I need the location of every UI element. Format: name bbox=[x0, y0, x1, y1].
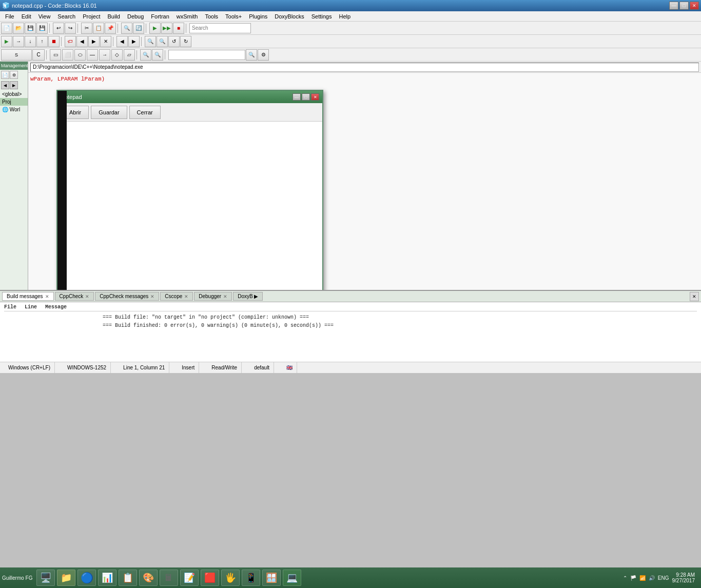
sidebar-btn-2[interactable]: ⚙ bbox=[10, 71, 18, 79]
shape-arrow-btn[interactable]: → bbox=[99, 49, 110, 61]
menu-view[interactable]: View bbox=[35, 12, 54, 21]
taskbar-icon-paint[interactable]: 🎨 bbox=[139, 570, 158, 586]
close-tab-debugger[interactable]: ✕ bbox=[223, 294, 227, 299]
sidebar-item-worl[interactable]: 🌐 Worl bbox=[0, 106, 28, 113]
run-btn[interactable]: ▶▶ bbox=[161, 23, 172, 34]
menu-doxyblocks[interactable]: DoxyBlocks bbox=[271, 12, 307, 21]
zoom-out-btn[interactable]: 🔍 bbox=[157, 36, 168, 47]
taskbar-volume-icon[interactable]: 🔊 bbox=[649, 575, 655, 581]
undo-btn[interactable]: ↩ bbox=[53, 23, 64, 34]
debug-stop-btn[interactable]: ⏹ bbox=[48, 36, 60, 47]
menu-edit[interactable]: Edit bbox=[18, 12, 34, 21]
shape-para-btn[interactable]: ▱ bbox=[124, 49, 135, 61]
sidebar-nav-left[interactable]: ◀ bbox=[1, 81, 9, 89]
copy-btn[interactable]: 📋 bbox=[93, 23, 104, 34]
close-tab-cppcheck-msg[interactable]: ✕ bbox=[150, 294, 154, 299]
nav-fwd-btn[interactable]: ▶ bbox=[128, 36, 140, 47]
open-btn[interactable]: 📂 bbox=[13, 23, 24, 34]
close-output-panel-btn[interactable]: ✕ bbox=[690, 292, 699, 301]
debug-step-out-btn[interactable]: ↑ bbox=[36, 36, 48, 47]
notepad-close-btn[interactable]: ✕ bbox=[311, 93, 319, 101]
taskbar-icon-control-panel[interactable]: 🖥️ bbox=[36, 570, 55, 586]
next-bookmark-btn[interactable]: ▶ bbox=[88, 36, 100, 47]
shape-diamond-btn[interactable]: ◇ bbox=[111, 49, 123, 61]
shape-round-btn[interactable]: ⬜ bbox=[62, 49, 73, 61]
reload-btn[interactable]: ↻ bbox=[180, 36, 191, 47]
sidebar-item-global[interactable]: <global> bbox=[0, 90, 28, 98]
new-file-btn[interactable]: 📄 bbox=[1, 23, 12, 34]
close-button[interactable]: ✕ bbox=[690, 2, 699, 10]
taskbar-icon-screen[interactable]: 🪟 bbox=[262, 570, 281, 586]
notepad-guardar-btn[interactable]: Guardar bbox=[91, 106, 127, 119]
taskbar-icon-chrome[interactable]: 🔵 bbox=[77, 570, 96, 586]
debug-start-btn[interactable]: ▶ bbox=[1, 36, 12, 47]
taskbar-icon-calc[interactable]: 🖩 bbox=[160, 570, 178, 586]
output-tab-doxyb[interactable]: DoxyB ▶ bbox=[233, 292, 263, 301]
output-tab-cppcheck-msg[interactable]: CppCheck messages ✕ bbox=[95, 292, 159, 301]
zoom-in-btn[interactable]: 🔍 bbox=[145, 36, 156, 47]
address-input[interactable] bbox=[30, 63, 699, 72]
menu-project[interactable]: Project bbox=[80, 12, 103, 21]
debug-step-btn[interactable]: ↓ bbox=[25, 36, 36, 47]
taskbar-icon-excel[interactable]: 📊 bbox=[98, 570, 116, 586]
taskbar-icon-codeblocks[interactable]: 💻 bbox=[283, 570, 301, 586]
close-tab-cscope[interactable]: ✕ bbox=[184, 294, 188, 299]
close-tab-build[interactable]: ✕ bbox=[45, 294, 49, 299]
settings-btn[interactable]: ⚙ bbox=[258, 49, 269, 61]
notepad-editor[interactable] bbox=[57, 122, 322, 290]
zoom-out-tool-btn[interactable]: 🔍 bbox=[152, 49, 163, 61]
search-bar[interactable] bbox=[168, 50, 245, 60]
save-all-btn[interactable]: 💾 bbox=[36, 23, 48, 34]
shape-oval-btn[interactable]: ⬭ bbox=[74, 49, 86, 61]
menu-tools[interactable]: Tools bbox=[202, 12, 221, 21]
sidebar-item-proj[interactable]: Proj bbox=[0, 98, 28, 106]
sidebar-nav-right[interactable]: ▶ bbox=[10, 81, 18, 89]
find-btn[interactable]: 🔍 bbox=[121, 23, 132, 34]
debug-next-btn[interactable]: → bbox=[13, 36, 24, 47]
taskbar-icon-windows[interactable]: 🟥 bbox=[201, 570, 219, 586]
close-tab-cppcheck[interactable]: ✕ bbox=[85, 294, 89, 299]
replace-btn[interactable]: 🔄 bbox=[133, 23, 144, 34]
taskbar-icon-hand[interactable]: 🖐️ bbox=[221, 570, 240, 586]
menu-plugins[interactable]: Plugins bbox=[246, 12, 270, 21]
menu-search[interactable]: Search bbox=[54, 12, 79, 21]
menu-fortran[interactable]: Fortran bbox=[148, 12, 172, 21]
menu-help[interactable]: Help bbox=[336, 12, 354, 21]
search-execute-btn[interactable]: 🔍 bbox=[246, 49, 257, 61]
bookmark-btn[interactable]: 🏷 bbox=[65, 36, 76, 47]
taskbar-arrows[interactable]: ⌃ bbox=[623, 575, 627, 581]
taskbar-icon-notes[interactable]: 📋 bbox=[119, 570, 137, 586]
nav-back-btn[interactable]: ◀ bbox=[116, 36, 128, 47]
save-btn[interactable]: 💾 bbox=[25, 23, 36, 34]
output-tab-build-messages[interactable]: Build messages ✕ bbox=[2, 292, 54, 301]
refresh-btn[interactable]: ↺ bbox=[168, 36, 180, 47]
minimize-button[interactable]: — bbox=[669, 2, 678, 10]
stop-btn[interactable]: ■ bbox=[173, 23, 184, 34]
paste-btn[interactable]: 📌 bbox=[105, 23, 116, 34]
notepad-cerrar-btn[interactable]: Cerrar bbox=[129, 106, 161, 119]
menu-wxsmith[interactable]: wxSmith bbox=[173, 12, 201, 21]
output-tab-cscope[interactable]: Cscope ✕ bbox=[160, 292, 193, 301]
menu-build[interactable]: Build bbox=[104, 12, 123, 21]
notepad-window[interactable]: Notepad — □ ✕ Abrir Guardar Cerrar bbox=[56, 90, 323, 290]
maximize-button[interactable]: □ bbox=[679, 2, 689, 10]
cut-btn[interactable]: ✂ bbox=[81, 23, 92, 34]
taskbar-icon-word[interactable]: 📝 bbox=[180, 570, 199, 586]
menu-file[interactable]: File bbox=[2, 12, 17, 21]
shape-line-btn[interactable]: — bbox=[87, 49, 98, 61]
prev-bookmark-btn[interactable]: ◀ bbox=[76, 36, 88, 47]
notepad-minimize-btn[interactable]: — bbox=[293, 93, 301, 101]
code-format-btn[interactable]: C bbox=[32, 49, 45, 61]
notepad-maximize-btn[interactable]: □ bbox=[302, 93, 310, 101]
shape-rect-btn[interactable]: ▭ bbox=[50, 49, 61, 61]
output-tab-cppcheck[interactable]: CppCheck ✕ bbox=[55, 292, 94, 301]
code-complete-btn[interactable]: S bbox=[1, 49, 32, 61]
redo-btn[interactable]: ↪ bbox=[65, 23, 76, 34]
build-btn[interactable]: ▶ bbox=[149, 23, 161, 34]
taskbar-icon-whatsapp[interactable]: 📱 bbox=[242, 570, 260, 586]
zoom-tool-btn[interactable]: 🔍 bbox=[140, 49, 151, 61]
search-input[interactable] bbox=[189, 23, 251, 33]
sidebar-btn-1[interactable]: 📄 bbox=[1, 71, 9, 79]
menu-debug[interactable]: Debug bbox=[124, 12, 147, 21]
clear-bookmark-btn[interactable]: ✕ bbox=[100, 36, 111, 47]
